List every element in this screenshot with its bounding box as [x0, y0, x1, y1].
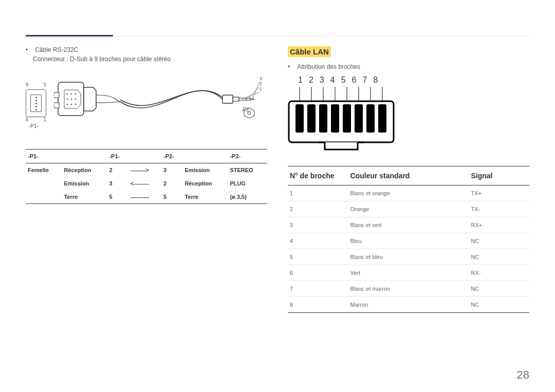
jack-pin-2: 2	[260, 81, 262, 86]
jack-pin-numbers: 3 2 1	[260, 76, 262, 91]
svg-rect-31	[307, 104, 316, 133]
rs232-table-head: -P1- -P1- -P2- -P2-	[26, 150, 267, 163]
svg-rect-2	[54, 103, 59, 108]
left-column: Câble RS-232C Connecteur : D-Sub à 9 bro…	[26, 21, 267, 313]
rs-h2: -P1-	[107, 150, 128, 163]
svg-point-4	[71, 94, 72, 95]
rs232-bullet-text: Câble RS-232C	[35, 46, 78, 53]
svg-point-9	[67, 104, 68, 105]
svg-point-5	[75, 94, 77, 95]
bullet-dot-icon	[26, 46, 31, 53]
svg-rect-34	[343, 104, 351, 133]
lan-figure: 12345678	[288, 76, 529, 156]
table-row: 4 Bleu NC	[288, 233, 529, 249]
rs232-table: -P1- -P1- -P2- -P2- Femelle Réception 2 …	[26, 149, 267, 204]
lan-table: N° de broche Couleur standard Signal 1 B…	[288, 166, 529, 313]
rs-h4: -P2-	[161, 150, 182, 163]
rs-h6: -P2-	[228, 150, 267, 163]
rs232-bullet: Câble RS-232C	[26, 46, 267, 53]
lan-pin-numbers: 12345678	[298, 76, 529, 85]
dsub-pin-1: 1	[44, 117, 46, 122]
table-row: 6 Vert RX-	[288, 265, 529, 281]
dsub-pin-6: 6	[26, 117, 28, 122]
svg-rect-15	[246, 98, 250, 100]
svg-point-3	[67, 94, 68, 95]
svg-rect-33	[331, 104, 339, 133]
lan-bullet: Attribution des broches	[288, 63, 529, 70]
svg-rect-13	[233, 97, 239, 101]
dsub-pin-9: 9	[26, 82, 28, 87]
table-row: 5 Blanc et bleu NC	[288, 249, 529, 265]
jack-pin-3: 3	[260, 76, 262, 81]
table-row: Emission 3 <-------- 2 Réception PLUG	[26, 177, 267, 190]
svg-point-10	[71, 104, 72, 105]
svg-rect-12	[223, 95, 233, 103]
accent-bar	[26, 35, 113, 36]
svg-rect-36	[366, 104, 375, 133]
table-row: 3 Blanc et vert RX+	[288, 217, 529, 233]
rs-h3	[128, 150, 161, 163]
table-row: 7 Blanc et marron NC	[288, 281, 529, 297]
svg-line-17	[247, 87, 260, 99]
lan-h0: N° de broche	[288, 166, 348, 185]
table-row: 1 Blanc et orange TX+	[288, 185, 529, 201]
table-row: Terre 5 ---------- 5 Terre (ø 3,5)	[26, 190, 267, 204]
rs-h1	[62, 150, 107, 163]
svg-rect-29	[289, 101, 394, 142]
rs-h5	[182, 150, 228, 163]
svg-rect-32	[319, 104, 327, 133]
bullet-dot-icon	[288, 63, 293, 70]
svg-rect-37	[378, 104, 386, 133]
rs232-figure: 9 5 6 1 -P1-	[26, 72, 267, 139]
svg-point-8	[75, 99, 77, 100]
lan-title: Câble LAN	[288, 46, 331, 57]
rs-h0: -P1-	[26, 150, 62, 163]
svg-rect-30	[295, 104, 304, 133]
svg-point-6	[67, 99, 68, 100]
jack-pin-1: 1	[260, 86, 262, 91]
svg-point-11	[75, 104, 77, 105]
table-row: Femelle Réception 2 --------> 3 Emission…	[26, 163, 267, 177]
dsub-front-icon: 9 5 6 1	[26, 82, 46, 122]
lan-h2: Signal	[469, 166, 530, 185]
svg-rect-35	[355, 104, 363, 133]
table-row: 8 Marron NC	[288, 297, 529, 313]
p2-label: -P2-	[241, 107, 251, 113]
rs232-cable-icon	[54, 74, 265, 136]
page-number: 28	[517, 368, 529, 382]
rs232-connector-desc: Connecteur : D-Sub à 9 broches pour câbl…	[33, 55, 267, 63]
svg-rect-1	[54, 92, 59, 98]
lan-h1: Couleur standard	[348, 166, 469, 185]
lan-bullet-text: Attribution des broches	[297, 63, 360, 70]
page-content: Câble RS-232C Connecteur : D-Sub à 9 bro…	[0, 0, 555, 313]
p1-label: -P1-	[29, 123, 39, 129]
dsub-pin-5: 5	[44, 82, 46, 87]
svg-point-7	[71, 99, 72, 100]
rj45-connector-icon	[288, 87, 396, 154]
table-row: 2 Orange TX-	[288, 201, 529, 217]
right-column: Câble LAN Attribution des broches 123456…	[288, 21, 529, 313]
